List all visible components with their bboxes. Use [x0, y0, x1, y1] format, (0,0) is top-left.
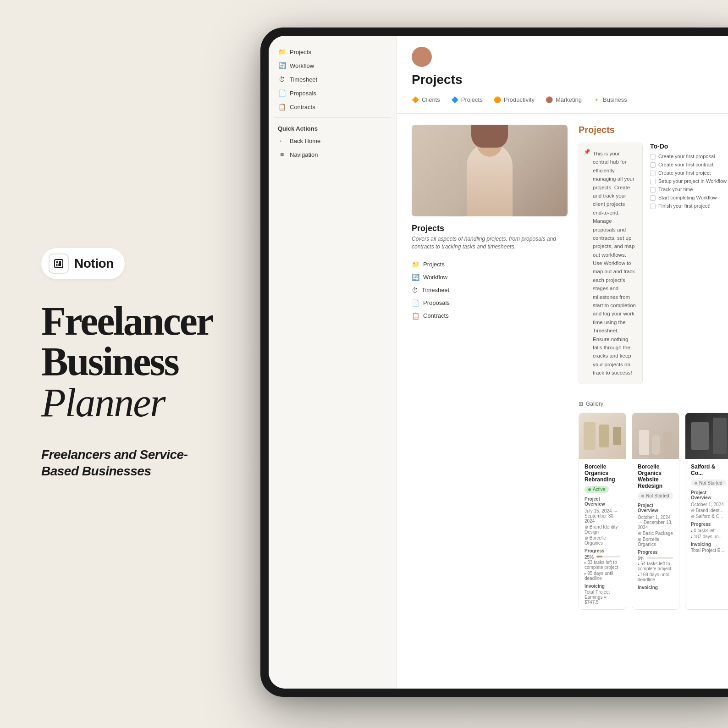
tab-clients[interactable]: 🔶 Clients — [412, 94, 440, 106]
sidebar-item-timesheet-label: Timesheet — [290, 76, 317, 83]
nav-projects-label: Projects — [423, 261, 445, 268]
sidebar-item-workflow-label: Workflow — [290, 62, 314, 69]
card-2-progress-title: Progress — [638, 550, 673, 555]
nav-timesheet-label: Timesheet — [422, 287, 449, 293]
card-2-progress-row: 0% — [638, 556, 673, 561]
gallery-grid: Borcelle Organics Rebranding Active Proj… — [579, 413, 728, 610]
gallery-header: ⊞ Gallery — [579, 401, 728, 407]
card-2-status-dot — [641, 495, 644, 497]
nav-workflow-icon: 🔄 — [412, 274, 419, 281]
card-image-3 — [685, 413, 728, 459]
card-image-2 — [632, 413, 679, 459]
card-1-progress-fill — [596, 556, 602, 557]
sidebar-item-proposals-label: Proposals — [290, 90, 316, 97]
card-1-detail-1: 33 tasks left to complete project — [585, 560, 620, 570]
card-2-item-1: ⊛ Basic Package — [638, 531, 673, 536]
nav-proposals-icon: 📄 — [412, 299, 419, 307]
nav-tabs: 🔶 Clients 🔷 Projects 🟠 Productivity — [412, 94, 728, 106]
gallery-icon: ⊞ — [579, 401, 583, 407]
card-3-status: Not Started — [691, 480, 726, 486]
nav-proposals-label: Proposals — [423, 299, 450, 306]
avatar — [412, 47, 432, 67]
gallery-card-1[interactable]: Borcelle Organics Rebranding Active Proj… — [579, 413, 626, 610]
checkbox-3[interactable] — [650, 171, 656, 176]
sidebar-item-proposals[interactable]: 📄 Proposals — [274, 86, 391, 100]
nav-contracts-icon: 📋 — [412, 312, 419, 320]
card-2-invoicing-title: Invoicing — [638, 585, 673, 590]
todo-item-5: Track your time — [650, 187, 728, 193]
left-section-title: Projects — [412, 224, 568, 233]
subtitle: Freelancers and Service-Based Businesses — [41, 447, 211, 480]
tab-productivity[interactable]: 🟠 Productivity — [494, 94, 535, 106]
gallery-card-2[interactable]: Borcelle Organics Website Redesign Not S… — [632, 413, 679, 610]
clients-tab-label: Clients — [422, 96, 440, 103]
todo-label-7: Finish your first project! — [658, 203, 711, 209]
svg-rect-0 — [55, 259, 63, 268]
card-3-status-dot — [695, 482, 697, 485]
notion-icon — [49, 254, 69, 274]
card-2-overview-title: Project Overview — [638, 503, 673, 513]
nav-workflow: 🔄 Workflow — [412, 271, 568, 284]
tab-marketing[interactable]: 🟤 Marketing — [546, 94, 582, 106]
card-3-item-1: ⊛ Brand Ident... — [691, 508, 727, 513]
card-1-item-1: ⊛ Brand Identity Design — [585, 524, 620, 535]
card-1-status: Active — [585, 486, 609, 493]
checkbox-4[interactable] — [650, 179, 656, 184]
card-3-item-2: ⊛ Salford & C... — [691, 514, 727, 519]
sidebar-item-workflow[interactable]: 🔄 Workflow — [274, 59, 391, 72]
sidebar-item-timesheet[interactable]: ⏱ Timesheet — [274, 72, 391, 86]
todo-label-2: Create your first contract — [658, 162, 713, 167]
card-1-detail-2: 95 days until deadline — [585, 571, 620, 581]
projects-icon: 📁 — [278, 48, 286, 56]
left-panel: Notion Freelancer Business Planner Freel… — [0, 0, 248, 728]
clients-tab-icon: 🔶 — [412, 96, 419, 103]
checkbox-6[interactable] — [650, 195, 656, 201]
tab-projects[interactable]: 🔷 Projects — [451, 94, 483, 106]
card-1-status-dot — [588, 488, 591, 491]
left-content-column: Projects Covers all aspects of handling … — [412, 125, 568, 610]
marketing-tab-icon: 🟤 — [546, 96, 553, 103]
nav-projects: 📁 Projects — [412, 258, 568, 271]
notion-header: Projects 🔶 Clients 🔷 Projects — [397, 36, 728, 114]
card-1-title: Borcelle Organics Rebranding — [585, 463, 620, 483]
tab-business[interactable]: 🔸 Business — [593, 94, 627, 106]
notion-main: Projects 🔶 Clients 🔷 Projects — [397, 36, 728, 689]
gallery-label: Gallery — [586, 401, 603, 407]
sidebar-item-navigation[interactable]: ≡ Navigation — [274, 148, 391, 161]
nav-contracts: 📋 Contracts — [412, 309, 568, 322]
notion-ui: 📁 Projects 🔄 Workflow ⏱ Timesheet 📄 Prop… — [269, 36, 728, 689]
productivity-tab-icon: 🟠 — [494, 96, 501, 103]
projects-tab-label: Projects — [461, 96, 483, 103]
notion-content: Projects Covers all aspects of handling … — [397, 114, 728, 621]
card-2-progress-pct: 0% — [638, 556, 644, 561]
sidebar-item-projects-label: Projects — [290, 49, 311, 55]
sidebar-divider — [274, 117, 391, 118]
card-1-item-2: ⊛ Borcelle Organics — [585, 535, 620, 546]
card-1-progress-bar — [596, 556, 620, 557]
card-1-progress-row: 25% — [585, 555, 620, 560]
todo-item-3: Create your first project — [650, 170, 728, 176]
marketing-tab-label: Marketing — [556, 96, 582, 103]
checkbox-5[interactable] — [650, 187, 656, 193]
card-3-progress-title: Progress — [691, 522, 727, 527]
right-content-column: Projects 📌 This is your central hub for … — [579, 125, 728, 610]
description-box: 📌 This is your central hub for efficient… — [579, 143, 643, 384]
todo-title: To-Do — [650, 143, 728, 150]
checkbox-2[interactable] — [650, 162, 656, 168]
todo-section: To-Do Create your first proposal Create … — [650, 143, 728, 392]
sidebar-nav-list: 📁 Projects 🔄 Workflow ⏱ — [412, 258, 568, 322]
card-2-detail-1: 54 tasks left to complete project — [638, 561, 673, 571]
sidebar-item-contracts[interactable]: 📋 Contracts — [274, 100, 391, 114]
sidebar-item-projects[interactable]: 📁 Projects — [274, 45, 391, 59]
sidebar-item-back-home[interactable]: ← Back Home — [274, 134, 391, 148]
card-1-body: Borcelle Organics Rebranding Active Proj… — [579, 459, 626, 610]
business-tab-label: Business — [603, 96, 627, 103]
gallery-card-3[interactable]: Salford & Co... Not Started Project Over… — [685, 413, 728, 610]
timesheet-icon: ⏱ — [278, 75, 286, 83]
checkbox-7[interactable] — [650, 204, 656, 209]
notion-badge-label: Notion — [74, 256, 114, 271]
card-1-invoicing-value: Total Project Earnings = $747.5 — [585, 590, 620, 605]
left-section-desc: Covers all aspects of handling projects,… — [412, 235, 568, 251]
checkbox-1[interactable] — [650, 154, 656, 160]
workflow-icon: 🔄 — [278, 61, 286, 70]
